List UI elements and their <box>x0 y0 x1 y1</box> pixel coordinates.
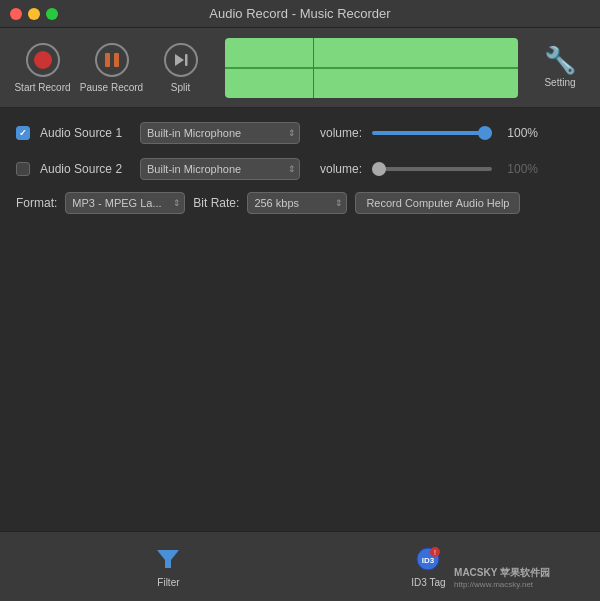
audio-source-1-checkbox[interactable] <box>16 126 30 140</box>
toolbar: Start Record Pause Record Split 🔧 Se <box>0 28 600 108</box>
audio-source-2-checkbox[interactable] <box>16 162 30 176</box>
audio-source-2-select-wrapper: Built-in Microphone System Audio Default… <box>140 158 300 180</box>
maximize-button[interactable] <box>46 8 58 20</box>
audio-source-2-volume-pct: 100% <box>502 162 538 176</box>
split-icon <box>163 42 199 78</box>
split-label: Split <box>171 82 190 93</box>
audio-source-1-row: Audio Source 1 Built-in Microphone Syste… <box>16 120 584 146</box>
audio-source-2-label: Audio Source 2 <box>40 162 130 176</box>
waveform-line <box>225 67 518 69</box>
setting-button[interactable]: 🔧 Setting <box>530 41 590 94</box>
setting-icon: 🔧 <box>544 47 576 73</box>
svg-marker-2 <box>157 550 179 568</box>
title-bar: Audio Record - Music Recorder <box>0 0 600 28</box>
pause-record-label: Pause Record <box>80 82 143 93</box>
svg-rect-1 <box>185 54 188 66</box>
format-label: Format: <box>16 196 57 210</box>
start-record-label: Start Record <box>14 82 70 93</box>
skip-svg <box>172 51 190 69</box>
audio-source-1-volume-label: volume: <box>320 126 362 140</box>
waveform-cursor <box>313 38 314 98</box>
svg-text:!: ! <box>434 549 436 556</box>
svg-marker-0 <box>175 54 184 66</box>
audio-source-1-select-wrapper: Built-in Microphone System Audio Default… <box>140 122 300 144</box>
audio-source-1-slider-container <box>372 131 492 135</box>
record-dot <box>34 51 52 69</box>
audio-source-1-volume-pct: 100% <box>502 126 538 140</box>
id3-tag-label: ID3 Tag <box>411 577 445 588</box>
setting-label: Setting <box>544 77 575 88</box>
bottom-bar: Filter ID3 ! ID3 Tag MACSKY 苹果软件园 http:/… <box>0 531 600 601</box>
controls-area: Audio Source 1 Built-in Microphone Syste… <box>0 108 600 226</box>
record-icon <box>25 42 61 78</box>
bitrate-select[interactable]: 128 kbps 192 kbps 256 kbps 320 kbps <box>247 192 347 214</box>
audio-source-2-slider-container <box>372 167 492 171</box>
close-button[interactable] <box>10 8 22 20</box>
window-title: Audio Record - Music Recorder <box>209 6 390 21</box>
skip-circle <box>164 43 198 77</box>
format-row: Format: MP3 - MPEG La... AAC FLAC WAV Bi… <box>16 192 584 214</box>
minimize-button[interactable] <box>28 8 40 20</box>
audio-source-2-volume-slider[interactable] <box>372 167 492 171</box>
filter-button[interactable]: Filter <box>138 539 198 594</box>
bitrate-label: Bit Rate: <box>193 196 239 210</box>
funnel-svg <box>155 546 181 572</box>
pause-record-button[interactable]: Pause Record <box>79 36 144 99</box>
macsky-url: http://www.macsky.net <box>454 580 550 589</box>
format-select[interactable]: MP3 - MPEG La... AAC FLAC WAV <box>65 192 185 214</box>
pause-icon <box>94 42 130 78</box>
format-select-wrapper: MP3 - MPEG La... AAC FLAC WAV <box>65 192 185 214</box>
bitrate-select-wrapper: 128 kbps 192 kbps 256 kbps 320 kbps <box>247 192 347 214</box>
id3-svg: ID3 ! <box>415 546 441 572</box>
start-record-button[interactable]: Start Record <box>10 36 75 99</box>
audio-source-2-row: Audio Source 2 Built-in Microphone Syste… <box>16 156 584 182</box>
traffic-lights <box>10 8 58 20</box>
split-button[interactable]: Split <box>148 36 213 99</box>
filter-icon <box>154 545 182 573</box>
id3-tag-button[interactable]: ID3 ! ID3 Tag <box>395 539 461 594</box>
audio-source-1-volume-slider[interactable] <box>372 131 492 135</box>
svg-text:ID3: ID3 <box>422 556 435 565</box>
id3-tag-icon: ID3 ! <box>414 545 442 573</box>
audio-source-2-select[interactable]: Built-in Microphone System Audio Default… <box>140 158 300 180</box>
audio-source-1-label: Audio Source 1 <box>40 126 130 140</box>
audio-source-1-select[interactable]: Built-in Microphone System Audio Default… <box>140 122 300 144</box>
macsky-title: MACSKY 苹果软件园 <box>454 566 550 580</box>
record-circle <box>26 43 60 77</box>
record-computer-audio-help-button[interactable]: Record Computer Audio Help <box>355 192 520 214</box>
pause-circle <box>95 43 129 77</box>
pause-bar-left <box>105 53 110 67</box>
main-content <box>0 226 600 531</box>
filter-label: Filter <box>157 577 179 588</box>
pause-bar-right <box>114 53 119 67</box>
macsky-watermark: MACSKY 苹果软件园 http://www.macsky.net <box>454 566 550 589</box>
audio-source-2-volume-label: volume: <box>320 162 362 176</box>
waveform-display <box>225 38 518 98</box>
